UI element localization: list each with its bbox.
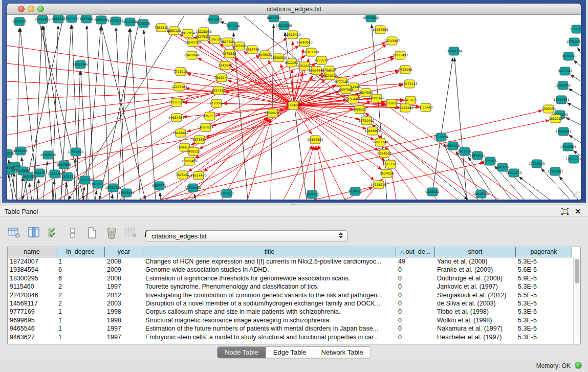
- column-header-out_de[interactable]: △out_de...: [396, 247, 435, 257]
- table-cell[interactable]: Corpus callosum shape and size in male p…: [143, 308, 396, 316]
- graph-node[interactable]: 1621022: [323, 72, 337, 80]
- network-canvas[interactable]: 1872400771638228860128891295423226058982…: [7, 15, 581, 200]
- graph-node[interactable]: 10719185: [107, 17, 124, 25]
- graph-node[interactable]: 19218506: [276, 21, 292, 30]
- table-cell[interactable]: 2: [56, 299, 105, 308]
- graph-node[interactable]: 1112051: [570, 25, 581, 33]
- graph-node[interactable]: 14136141: [371, 181, 387, 189]
- graph-node[interactable]: 20691406: [34, 15, 51, 24]
- graph-node[interactable]: 6466160: [94, 16, 108, 24]
- table-row[interactable]: 1938455462009Genome-wide association stu…: [8, 266, 580, 274]
- show-columns-icon[interactable]: [27, 226, 41, 240]
- memory-status-indicator[interactable]: [575, 362, 582, 369]
- graph-node[interactable]: 23420046: [184, 51, 200, 59]
- table-cell[interactable]: 2008: [105, 257, 143, 266]
- table-cell[interactable]: 5.3E-5: [516, 299, 572, 308]
- table-cell[interactable]: 0: [396, 308, 435, 316]
- panel-splitter[interactable]: [291, 204, 296, 206]
- table-cell[interactable]: 2: [56, 282, 105, 291]
- table-cell[interactable]: 5.9E-5: [516, 274, 572, 282]
- graph-node[interactable]: 9245012: [495, 163, 510, 171]
- table-cell[interactable]: 0: [396, 316, 435, 324]
- graph-node[interactable]: 8912954: [181, 29, 195, 37]
- table-cell[interactable]: Tibbo et al. (1998): [435, 308, 516, 316]
- graph-node[interactable]: 16945310: [473, 190, 489, 198]
- graph-node[interactable]: 19654985: [168, 114, 185, 122]
- table-cell[interactable]: Yano et al. (2008): [435, 257, 516, 266]
- table-cell[interactable]: Estimation of the future numbers of pati…: [143, 324, 396, 333]
- table-row[interactable]: 1872400712008Changes of HCN gene express…: [8, 257, 580, 266]
- graph-node[interactable]: 7163822: [154, 24, 168, 32]
- table-cell[interactable]: 0: [396, 324, 435, 333]
- table-cell[interactable]: 2: [56, 291, 105, 299]
- table-cell[interactable]: 5.3E-5: [516, 257, 572, 266]
- graph-node[interactable]: 16033809: [206, 15, 222, 24]
- graph-node[interactable]: 17359924: [68, 148, 84, 156]
- graph-node[interactable]: 11692991: [555, 127, 572, 136]
- table-cell[interactable]: Disruption of a novel member of a sodium…: [143, 299, 396, 308]
- graph-node[interactable]: 9657771: [152, 182, 166, 190]
- table-cell[interactable]: de Silva et al. (2003): [435, 299, 516, 308]
- graph-node[interactable]: 16713588: [122, 18, 138, 26]
- column-header-name[interactable]: name: [8, 247, 56, 257]
- table-cell[interactable]: 1: [56, 316, 105, 324]
- graph-node[interactable]: 2987608: [232, 42, 247, 50]
- graph-node[interactable]: 19166852: [172, 129, 189, 137]
- table-cell[interactable]: 9115460: [8, 282, 56, 291]
- graph-node[interactable]: 9498222: [186, 147, 201, 156]
- graph-node[interactable]: 5905195: [21, 172, 35, 181]
- graph-node[interactable]: 12923448: [118, 189, 135, 197]
- graph-node[interactable]: 10688809: [364, 127, 381, 135]
- graph-node[interactable]: 2803144: [214, 74, 229, 82]
- graph-node[interactable]: 2320510: [220, 189, 234, 198]
- table-cell[interactable]: 2008: [105, 274, 143, 282]
- table-cell[interactable]: 6: [56, 266, 105, 274]
- table-cell[interactable]: Investigating the contribution of common…: [143, 291, 396, 299]
- graph-node[interactable]: 9524851: [380, 169, 394, 178]
- table-row[interactable]: 969969511998Structural magnetic resonanc…: [8, 316, 580, 324]
- zoom-window-icon[interactable]: [37, 6, 44, 12]
- table-cell[interactable]: Stergiakouli et al. (2012): [435, 291, 516, 299]
- table-cell[interactable]: 18300295: [8, 274, 56, 282]
- graph-node[interactable]: 16945022: [469, 151, 486, 160]
- table-cell[interactable]: 1997: [105, 324, 143, 333]
- graph-node[interactable]: 8186328: [208, 35, 222, 43]
- table-cell[interactable]: 5.6E-5: [516, 266, 572, 274]
- graph-node[interactable]: 7485063: [398, 65, 412, 74]
- graph-node[interactable]: 12444151: [553, 96, 570, 104]
- splitter-collapse-icon[interactable]: ▸: [0, 175, 4, 180]
- column-header-in_degree[interactable]: in_degree: [56, 247, 105, 257]
- table-cell[interactable]: Embryonic stem cells: a model to study s…: [143, 333, 396, 341]
- window-titlebar[interactable]: citations_edges.txt: [7, 4, 581, 15]
- graph-node[interactable]: 18300295: [265, 109, 281, 117]
- table-cell[interactable]: Dudbridge et al. (2008): [435, 274, 516, 282]
- table-row[interactable]: 1830029562008Estimation of significance …: [8, 274, 580, 282]
- graph-node[interactable]: 12105087: [547, 167, 563, 176]
- graph-node[interactable]: 16961758: [303, 48, 319, 56]
- tab-network-table[interactable]: Network Table: [314, 347, 371, 358]
- table-cell[interactable]: 0: [396, 274, 435, 282]
- graph-node[interactable]: 1599358: [541, 105, 556, 113]
- table-cell[interactable]: 9699695: [8, 316, 56, 324]
- table-cell[interactable]: 2003: [105, 299, 143, 308]
- table-cell[interactable]: 1997: [105, 282, 143, 291]
- table-row[interactable]: 911546021997Tourette syndrome. Phenomeno…: [8, 282, 580, 291]
- graph-node[interactable]: 8427552: [211, 86, 226, 95]
- graph-node[interactable]: 8454749: [245, 46, 259, 54]
- graph-node[interactable]: 1602161: [549, 115, 563, 123]
- graph-node[interactable]: 12973115: [401, 80, 418, 88]
- scrollbar-thumb[interactable]: [575, 259, 579, 283]
- deselect-all-icon[interactable]: [66, 226, 80, 240]
- graph-node[interactable]: 9129966: [561, 52, 576, 60]
- delete-icon[interactable]: [104, 226, 119, 240]
- table-cell[interactable]: 5.3E-5: [516, 282, 572, 291]
- graph-node[interactable]: 9097588: [57, 161, 71, 169]
- table-cell[interactable]: 9777169: [8, 308, 56, 316]
- graph-node[interactable]: 8813054: [267, 15, 281, 22]
- table-cell[interactable]: 9463627: [8, 333, 56, 341]
- new-document-icon[interactable]: [85, 226, 99, 240]
- graph-node[interactable]: 9245032: [425, 188, 440, 196]
- graph-node[interactable]: 7625402: [176, 171, 190, 179]
- table-cell[interactable]: 5.3E-5: [516, 324, 572, 333]
- graph-node[interactable]: 1529308: [13, 147, 28, 155]
